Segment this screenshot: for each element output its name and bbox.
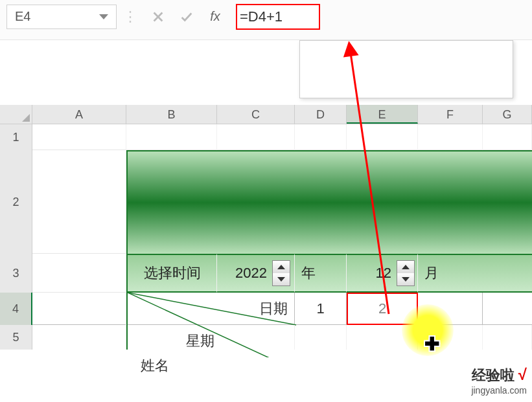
- watermark-url: jingyanla.com: [471, 385, 527, 396]
- cell-F3G3[interactable]: 月: [418, 254, 532, 293]
- row-header-4[interactable]: 4: [0, 293, 32, 325]
- fx-label: fx: [210, 9, 220, 24]
- select-time-label: 选择时间: [144, 263, 201, 283]
- month-spinner-up[interactable]: [397, 261, 414, 273]
- formula-bar: E4 ⋮ fx =D4+1: [0, 0, 532, 40]
- year-spinner[interactable]: [272, 260, 290, 286]
- row-1: 1: [0, 124, 532, 150]
- year-value: 2022: [235, 265, 267, 282]
- confirm-button[interactable]: [172, 5, 201, 29]
- cancel-button[interactable]: [144, 5, 172, 29]
- cell-B5C5[interactable]: [126, 325, 295, 350]
- cell-reference: E4: [15, 9, 30, 24]
- cell-C3[interactable]: 2022: [217, 254, 295, 293]
- cell-G1[interactable]: [483, 124, 532, 150]
- year-spinner-down[interactable]: [273, 273, 290, 285]
- col-header-F[interactable]: F: [418, 105, 483, 124]
- cell-F1[interactable]: [418, 124, 483, 150]
- row-2: 2: [0, 150, 532, 254]
- month-spinner[interactable]: [397, 260, 415, 286]
- name-label: 姓名: [141, 356, 169, 375]
- col-header-E[interactable]: E: [347, 105, 418, 124]
- cell-B1[interactable]: [126, 124, 217, 150]
- banner-merged-cell[interactable]: [126, 150, 532, 254]
- year-unit: 年: [301, 263, 316, 283]
- e4-value: 2: [378, 300, 386, 317]
- select-all-corner[interactable]: [0, 105, 32, 124]
- row-header-1[interactable]: 1: [0, 124, 32, 150]
- month-unit: 月: [424, 263, 439, 283]
- year-spinner-up[interactable]: [273, 261, 290, 273]
- column-headers: A B C D E F G: [0, 105, 532, 124]
- cell-D1[interactable]: [295, 124, 347, 150]
- formula-input[interactable]: =D4+1: [240, 8, 283, 25]
- col-header-D[interactable]: D: [295, 105, 347, 124]
- name-box-dropdown-icon[interactable]: [99, 14, 108, 19]
- cell-A5[interactable]: [32, 325, 126, 350]
- cell-E1[interactable]: [347, 124, 418, 150]
- col-header-G[interactable]: G: [483, 105, 532, 124]
- cell-A1[interactable]: [32, 124, 126, 150]
- close-icon: [151, 10, 165, 24]
- col-header-A[interactable]: A: [32, 105, 126, 124]
- col-header-B[interactable]: B: [126, 105, 217, 124]
- watermark-text: 经验啦: [472, 367, 515, 383]
- cell-D4[interactable]: 1: [295, 293, 347, 325]
- row-4: 4 日期 星期 姓名 1 2: [0, 293, 532, 325]
- separator: ⋮: [121, 8, 140, 25]
- row-header-2[interactable]: 2: [0, 150, 32, 254]
- cell-A3[interactable]: [32, 254, 126, 293]
- fx-button[interactable]: fx: [201, 5, 229, 29]
- row-header-3[interactable]: 3: [0, 254, 32, 293]
- d4-value: 1: [316, 300, 324, 317]
- name-box[interactable]: E4: [6, 5, 117, 29]
- fill-handle-cursor-icon: ✚: [424, 333, 439, 355]
- cell-C1[interactable]: [217, 124, 295, 150]
- formula-dropdown-panel: [299, 40, 513, 98]
- row-3: 3 选择时间 2022 年 12: [0, 254, 532, 293]
- cell-B3[interactable]: 选择时间: [126, 254, 217, 293]
- cell-D3[interactable]: 年: [295, 254, 347, 293]
- watermark-check-icon: √: [518, 366, 527, 383]
- date-label: 日期: [259, 299, 288, 318]
- cell-D5[interactable]: [295, 325, 347, 350]
- month-spinner-down[interactable]: [397, 273, 414, 285]
- cell-G4[interactable]: [483, 293, 532, 325]
- formula-input-highlight: =D4+1: [236, 4, 320, 30]
- cell-E3[interactable]: 12: [347, 254, 418, 293]
- watermark: 经验啦 √ jingyanla.com: [471, 366, 527, 396]
- cell-B4C4-diagonal[interactable]: 日期 星期 姓名: [126, 293, 295, 325]
- spreadsheet-grid: A B C D E F G 1 2 3 选择时间: [0, 105, 532, 350]
- col-header-C[interactable]: C: [217, 105, 295, 124]
- month-value: 12: [376, 265, 391, 282]
- cell-A2[interactable]: [32, 150, 126, 254]
- check-icon: [179, 10, 194, 24]
- row-header-5[interactable]: 5: [0, 325, 32, 350]
- cell-G5[interactable]: [483, 325, 532, 350]
- cell-A4[interactable]: [32, 293, 126, 325]
